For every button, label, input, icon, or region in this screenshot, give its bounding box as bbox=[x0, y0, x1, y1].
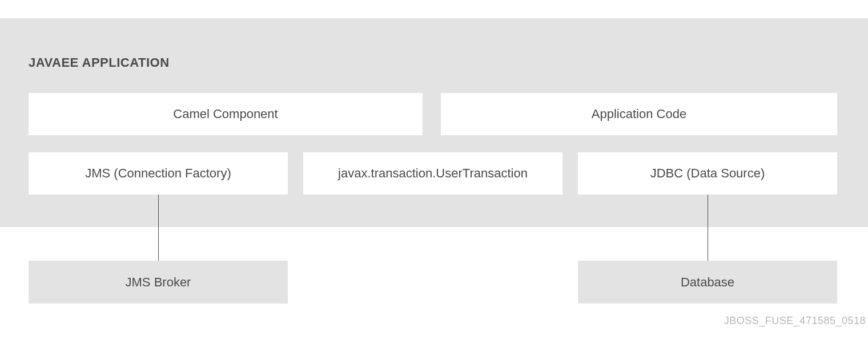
camel-component-box: Camel Component bbox=[29, 93, 423, 135]
footer-label: JBOSS_FUSE_471585_0518 bbox=[724, 315, 866, 327]
jdbc-data-source-box: JDBC (Data Source) bbox=[578, 152, 837, 195]
connector-jdbc-to-database bbox=[708, 195, 708, 261]
jms-broker-box: JMS Broker bbox=[29, 261, 288, 304]
panel-title: JAVAEE APPLICATION bbox=[29, 55, 170, 70]
jms-broker-label: JMS Broker bbox=[126, 275, 191, 290]
database-label: Database bbox=[681, 275, 734, 290]
diagram-container: JAVAEE APPLICATION Camel Component Appli… bbox=[0, 0, 868, 348]
user-transaction-label: javax.transaction.UserTransaction bbox=[338, 166, 528, 181]
user-transaction-box: javax.transaction.UserTransaction bbox=[303, 152, 562, 195]
jdbc-data-source-label: JDBC (Data Source) bbox=[650, 166, 765, 181]
database-box: Database bbox=[578, 261, 837, 304]
connector-jms-to-broker bbox=[158, 195, 159, 261]
camel-component-label: Camel Component bbox=[173, 107, 278, 122]
jms-connection-factory-box: JMS (Connection Factory) bbox=[29, 152, 288, 195]
jms-connection-factory-label: JMS (Connection Factory) bbox=[85, 166, 231, 181]
application-code-label: Application Code bbox=[592, 107, 686, 122]
application-code-box: Application Code bbox=[441, 93, 837, 135]
